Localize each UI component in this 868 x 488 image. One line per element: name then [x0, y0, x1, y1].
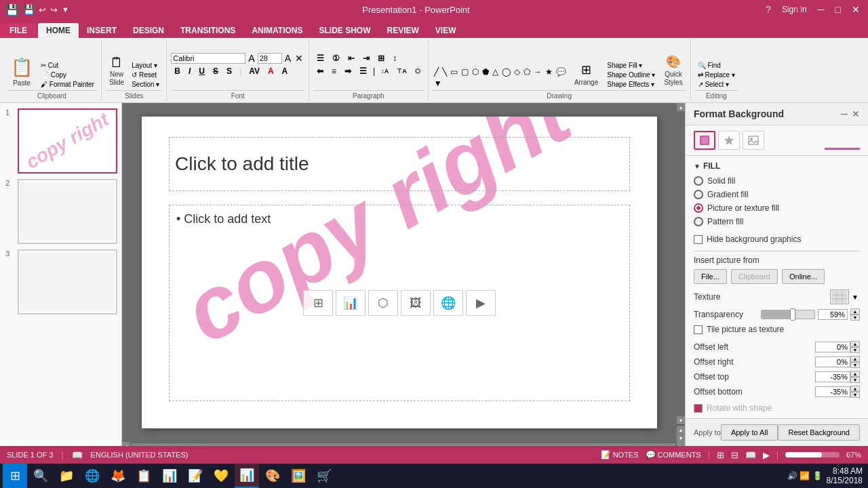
offset-right-up[interactable]: ▲	[850, 356, 860, 362]
close-btn[interactable]: ✕	[849, 4, 863, 15]
justify-button[interactable]: ☰	[356, 66, 370, 77]
slide-sorter-btn[interactable]: ⊟	[731, 450, 738, 460]
normal-view-btn[interactable]: ⊞	[717, 450, 724, 460]
slide-1-thumb[interactable]: copy right	[18, 108, 117, 174]
tab-slideshow[interactable]: SLIDE SHOW	[311, 23, 378, 38]
apply-all-button[interactable]: Apply to All	[721, 424, 778, 441]
tab-file[interactable]: FILE	[0, 23, 37, 38]
tab-animations[interactable]: ANIMATIONS	[243, 23, 311, 38]
taskbar-notepad[interactable]: 📋	[132, 464, 156, 488]
taskbar-search[interactable]: 🔍	[28, 464, 53, 488]
insert-smartart-btn[interactable]: ⬡	[368, 290, 398, 316]
decrease-indent-button[interactable]: ⇤	[344, 53, 358, 64]
tab-view[interactable]: VIEW	[427, 23, 465, 38]
online-btn[interactable]: Online...	[782, 269, 825, 284]
clipboard-btn[interactable]: Clipboard	[731, 269, 778, 284]
restore-btn[interactable]: □	[833, 4, 844, 15]
tab-design[interactable]: DESIGN	[125, 23, 172, 38]
columns-button[interactable]: ⊞	[374, 53, 388, 64]
align-right-button[interactable]: ➡	[341, 66, 355, 77]
start-button[interactable]: ⊞	[3, 464, 27, 488]
shape-outline-button[interactable]: Shape Outline ▾	[604, 70, 658, 79]
text-shadow-button[interactable]: S	[223, 66, 235, 77]
offset-top-up[interactable]: ▲	[850, 371, 860, 377]
arrange-button[interactable]: ⊞ Arrange	[571, 60, 602, 89]
insert-chart-btn[interactable]: 📊	[336, 290, 366, 316]
cut-button[interactable]: ✂ Cut	[38, 61, 97, 70]
comments-btn[interactable]: 💬 COMMENTS	[646, 450, 701, 460]
layout-button[interactable]: Layout ▾	[129, 61, 162, 70]
offset-bottom-up[interactable]: ▲	[850, 386, 860, 392]
insert-picture-btn[interactable]: 🖼	[401, 290, 431, 316]
tab-transitions[interactable]: TRANSITIONS	[172, 23, 243, 38]
replace-button[interactable]: ⇄ Replace ▾	[695, 70, 738, 79]
tab-review[interactable]: REVIEW	[379, 23, 427, 38]
taskbar-time[interactable]: 8:48 AM 8/15/2018	[827, 466, 863, 485]
shape-arrow[interactable]: →	[532, 66, 543, 77]
shape-trapezoid[interactable]: ⬟	[481, 66, 490, 77]
customize-btn[interactable]: ▼	[62, 5, 69, 14]
font-name-input[interactable]	[171, 53, 245, 64]
slide-3-thumb[interactable]	[18, 249, 117, 314]
zoom-slider[interactable]	[785, 452, 840, 458]
new-slide-button[interactable]: 🗒 NewSlide	[106, 54, 127, 89]
find-button[interactable]: 🔍 Find	[695, 61, 738, 70]
spellcheck-icon[interactable]: 📖	[72, 450, 83, 460]
scroll-next-slide-btn[interactable]: ▼	[677, 434, 685, 442]
shape-pentagon[interactable]: ⬠	[522, 66, 532, 77]
scroll-vtrack[interactable]	[677, 111, 685, 416]
font-size-decrease[interactable]: A	[247, 53, 256, 64]
title-placeholder[interactable]: Click to add title	[169, 137, 630, 191]
text-dir-button[interactable]: ↕A	[378, 67, 392, 75]
shape-callout[interactable]: 💬	[555, 66, 568, 77]
undo-btn[interactable]: ↩	[39, 5, 46, 15]
offset-left-up[interactable]: ▲	[850, 341, 860, 347]
effect-type-btn[interactable]	[718, 131, 740, 150]
taskbar-paint[interactable]: 🎨	[260, 464, 285, 488]
strikethrough-button[interactable]: S	[210, 66, 222, 77]
slide-2-thumb[interactable]	[18, 179, 117, 244]
highlight-button[interactable]: A	[279, 66, 292, 77]
fill-type-btn[interactable]	[694, 131, 715, 150]
rotate-checkbox[interactable]	[694, 404, 703, 413]
insert-online-pic-btn[interactable]: 🌐	[433, 290, 463, 316]
taskbar-word[interactable]: 📝	[183, 464, 208, 488]
transparency-input[interactable]	[818, 309, 848, 320]
font-size-increase[interactable]: A	[283, 53, 292, 64]
transparency-slider[interactable]	[761, 310, 815, 319]
taskbar-powerpoint[interactable]: 📊	[235, 464, 259, 488]
bold-button[interactable]: B	[171, 66, 184, 77]
taskbar-excel[interactable]: 📊	[157, 464, 182, 488]
file-btn[interactable]: File...	[694, 269, 727, 284]
clear-format-btn[interactable]: ✕	[294, 53, 304, 64]
paste-button[interactable]: 📋 Paste	[7, 56, 37, 89]
shape-circle[interactable]: ◯	[500, 66, 512, 77]
section-button[interactable]: Section ▾	[129, 80, 162, 89]
align-text-button[interactable]: ⊤A	[393, 67, 410, 75]
scroll-down-btn[interactable]: ▼	[677, 416, 685, 424]
sign-in-btn[interactable]: Sign in	[779, 5, 810, 14]
bullets-button[interactable]: ☰	[313, 53, 328, 64]
save-btn[interactable]: 💾	[23, 4, 35, 15]
panel-minimize-btn[interactable]: ─	[841, 108, 848, 119]
shape-star[interactable]: ★	[544, 66, 554, 77]
picture-fill-radio[interactable]	[694, 203, 703, 213]
taskbar-photos[interactable]: 🖼️	[286, 464, 311, 488]
insert-video-btn[interactable]: ▶	[466, 290, 496, 316]
font-size-input[interactable]	[258, 53, 282, 64]
pattern-fill-radio[interactable]	[694, 217, 703, 226]
shape-rect[interactable]: ▭	[449, 66, 459, 77]
reading-view-btn[interactable]: 📖	[745, 450, 756, 460]
smartart-button[interactable]: ⬡	[412, 67, 424, 75]
select-button[interactable]: ↗ Select ▾	[695, 80, 738, 89]
shape-more[interactable]: ▼	[433, 78, 443, 89]
offset-bottom-down[interactable]: ▼	[850, 392, 860, 398]
reset-button[interactable]: ↺ Reset	[129, 70, 162, 79]
increase-indent-button[interactable]: ⇥	[359, 53, 373, 64]
canvas-area[interactable]: copy right Click to add title • Click to…	[122, 103, 677, 442]
shape-rounded-rect[interactable]: ▢	[460, 66, 470, 77]
scroll-up-btn[interactable]: ▲	[677, 103, 685, 111]
shape-snip[interactable]: ⬡	[471, 66, 480, 77]
offset-top-down[interactable]: ▼	[850, 377, 860, 383]
solid-fill-radio[interactable]	[694, 176, 703, 186]
